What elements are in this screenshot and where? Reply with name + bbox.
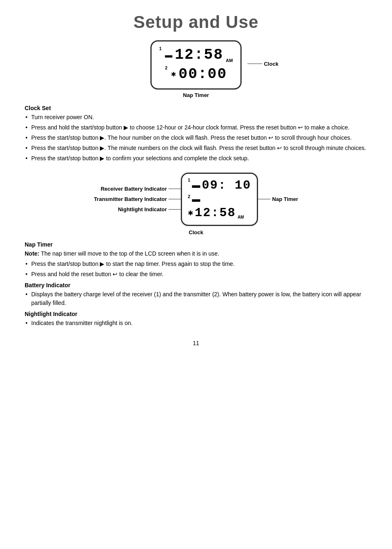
- list-item: Press the start/stop button ▶. The minut…: [25, 144, 367, 152]
- nap-timer-note: Note: The nap timer will move to the top…: [25, 249, 367, 258]
- note-text: The nap timer will move to the top of th…: [39, 250, 219, 257]
- lcd2-sun: ✱: [188, 209, 193, 218]
- nap-timer-right-text: Nap Timer: [272, 196, 298, 202]
- connector-3: [168, 209, 181, 210]
- nightlight-indicator-heading: Nightlight Indicator: [25, 311, 367, 317]
- nightlight-indicator-label: Nightlight Indicator: [118, 206, 181, 212]
- lcd-row2-1: 1 ▬ 09: 10: [188, 177, 251, 194]
- lcd2-num-1: 1: [188, 177, 190, 183]
- list-item: Turn receiver power ON.: [25, 113, 367, 122]
- transmitter-battery-label: Transmitter Battery Indicator: [94, 196, 181, 202]
- list-item: Press the start/stop button ▶. The hour …: [25, 134, 367, 142]
- clock-label-right: Clock: [247, 60, 278, 67]
- connector-1: [168, 189, 181, 189]
- receiver-battery-label: Receiver Battery Indicator: [101, 186, 181, 192]
- battery-indicator-list: Displays the battery charge level of the…: [25, 290, 367, 307]
- transmitter-battery-text: Transmitter Battery Indicator: [94, 196, 167, 202]
- lcd2-battery-2: ▬: [192, 194, 200, 205]
- clock-set-heading: Clock Set: [25, 105, 367, 111]
- lcd-num-1: 1: [159, 46, 161, 51]
- connector-right: [258, 199, 270, 199]
- lcd2-battery-1: ▬: [192, 180, 200, 191]
- lcd2-time-1: 09: 10: [202, 177, 251, 194]
- lcd2-num-2: 2: [188, 194, 190, 200]
- nap-timer-section: Nap Timer Note: The nap timer will move …: [25, 241, 367, 279]
- page-title: Setup and Use: [25, 12, 367, 32]
- lcd-section-2: Receiver Battery Indicator Transmitter B…: [25, 173, 367, 226]
- lcd-time-1: 12:58: [175, 46, 223, 65]
- lcd-row2-3: ✱ 12:58 AM: [188, 205, 251, 221]
- lcd-row-1: 1 ▬ 12:58 AM: [159, 46, 233, 65]
- lcd-row2-2: 2 ▬: [188, 194, 251, 205]
- lcd-battery-1: ▬: [165, 51, 172, 60]
- clock-set-section: Clock Set Turn receiver power ON. Press …: [25, 105, 367, 163]
- connector-2: [168, 199, 181, 199]
- lcd-row-2: 2 ✱ 00:00: [159, 65, 233, 84]
- nightlight-indicator-text: Nightlight Indicator: [118, 206, 167, 212]
- lcd-am-1: AM: [226, 58, 233, 63]
- lcd-labels-right: Nap Timer: [258, 196, 298, 202]
- note-bold: Note:: [25, 250, 39, 257]
- lcd-labels-left: Receiver Battery Indicator Transmitter B…: [94, 186, 181, 212]
- nap-timer-label-1: Nap Timer: [25, 92, 367, 98]
- clock-set-list: Turn receiver power ON. Press and hold t…: [25, 113, 367, 163]
- lcd-time-2: 00:00: [179, 65, 227, 84]
- list-item: Press and hold the start/stop button ▶ t…: [25, 123, 367, 132]
- battery-indicator-section: Battery Indicator Displays the battery c…: [25, 282, 367, 307]
- nightlight-indicator-list: Indicates the transmitter nightlight is …: [25, 319, 367, 328]
- lcd2-time-2: 12:58: [195, 205, 236, 221]
- clock-label-text: Clock: [264, 60, 278, 67]
- nap-timer-heading: Nap Timer: [25, 241, 367, 248]
- nap-timer-right-label: Nap Timer: [258, 196, 298, 202]
- clock-label-below: Clock: [25, 229, 367, 235]
- list-item: Press and hold the reset button ↩ to cle…: [25, 270, 367, 279]
- lcd-screen-2: 1 ▬ 09: 10 2 ▬ ✱ 12:58 AM: [181, 173, 258, 226]
- list-item: Indicates the transmitter nightlight is …: [25, 319, 367, 328]
- list-item: Displays the battery charge level of the…: [25, 290, 367, 307]
- list-item: Press the start/stop button ▶ to confirm…: [25, 154, 367, 163]
- lcd-num-2: 2: [165, 65, 167, 71]
- nap-timer-list: Press the start/stop button ▶ to start t…: [25, 260, 367, 279]
- lcd-screen-1: 1 ▬ 12:58 AM 2 ✱ 00:00: [150, 40, 241, 90]
- receiver-battery-text: Receiver Battery Indicator: [101, 186, 167, 192]
- lcd-sun-1: ✱: [171, 70, 176, 78]
- nightlight-indicator-section: Nightlight Indicator Indicates the trans…: [25, 311, 367, 328]
- lcd2-am: AM: [238, 215, 244, 220]
- lcd-display-1: 1 ▬ 12:58 AM 2 ✱ 00:00 Clock: [25, 40, 367, 90]
- list-item: Press the start/stop button ▶ to start t…: [25, 260, 367, 268]
- battery-indicator-heading: Battery Indicator: [25, 282, 367, 288]
- page-number: 11: [25, 340, 367, 346]
